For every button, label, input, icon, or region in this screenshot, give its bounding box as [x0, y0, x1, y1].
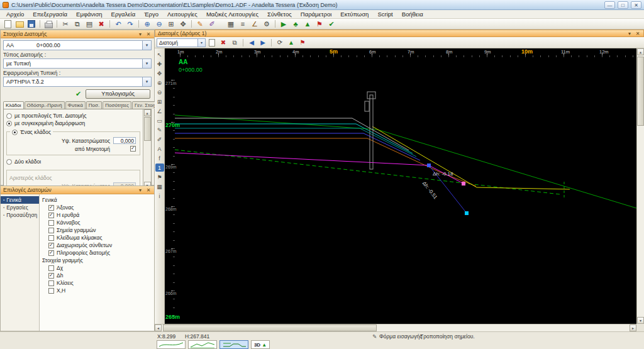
delete-section-icon[interactable]: ✖ — [218, 38, 228, 47]
chevron-down-icon[interactable]: ▾ — [142, 77, 151, 86]
pen-icon[interactable]: ✐ — [206, 19, 218, 29]
minimize-button[interactable]: — — [604, 1, 615, 9]
section-mode-select[interactable]: Διατομή ▾ — [157, 38, 206, 47]
new-section-icon[interactable] — [207, 38, 217, 47]
menu-edit[interactable]: Επεξεργασία — [28, 10, 72, 19]
zoom-extents-tool-icon[interactable]: ⊞ — [155, 97, 164, 106]
pan-icon[interactable]: ✥ — [177, 19, 189, 29]
zoom-in-tool-icon[interactable]: ⊕ — [155, 79, 164, 87]
scroll-left-icon[interactable]: ◂ — [155, 324, 162, 331]
option-red-line[interactable]: Η ερυθρά — [42, 211, 152, 219]
print-icon[interactable] — [43, 19, 54, 29]
checkbox-icon[interactable] — [48, 280, 54, 286]
section-select[interactable]: ΑΑ 0+000.00 ▾ — [3, 40, 152, 50]
function-tool-icon[interactable]: f — [155, 154, 164, 162]
layers-icon[interactable]: ≡ — [237, 19, 248, 29]
terrain-icon[interactable]: ▲ — [286, 38, 296, 47]
chevron-down-icon[interactable]: ▾ — [142, 59, 151, 68]
pencil-tool-icon[interactable]: ✎ — [155, 126, 164, 134]
checkbox-icon[interactable] — [48, 228, 54, 233]
scrollbar-thumb[interactable] — [144, 117, 151, 141]
tab-pavement-slopes[interactable]: Οδόστρ.-Πρανή — [25, 101, 65, 109]
nav-general[interactable]: ▪ Γενικά — [1, 196, 39, 204]
undo-icon[interactable]: ↶ — [113, 19, 124, 29]
run-icon[interactable]: ▶ — [278, 19, 289, 29]
checkbox-icon[interactable] — [48, 243, 54, 248]
zoom-fit-icon[interactable]: ⊞ — [165, 19, 177, 29]
paste-icon[interactable]: ▤ — [84, 19, 95, 29]
menu-project[interactable]: Έργο — [140, 10, 163, 19]
menu-script[interactable]: Script — [373, 10, 397, 19]
option-xh[interactable]: Χ,Η — [42, 287, 152, 294]
profile-view-thumb[interactable] — [188, 340, 217, 349]
tab-topsoil[interactable]: Φυτικά — [65, 101, 86, 109]
open-file-icon[interactable] — [14, 19, 25, 29]
option-axis[interactable]: Άξονας — [42, 204, 152, 211]
chevron-down-icon[interactable]: ▾ — [197, 39, 205, 47]
menu-composite[interactable]: Σύνθετος — [263, 10, 296, 19]
option-grid[interactable]: Κάνναβος — [42, 219, 152, 226]
menu-view[interactable]: Εμφάνιση — [72, 10, 106, 19]
option-line-points[interactable]: Σημεία γραμμών — [42, 226, 152, 234]
menu-functions[interactable]: Λειτουργίες — [163, 10, 202, 19]
vscrollbar-thumb[interactable] — [637, 57, 644, 126]
redo-icon[interactable]: ↷ — [125, 19, 136, 29]
scroll-right-icon[interactable]: ▸ — [630, 324, 636, 331]
new-file-icon[interactable] — [2, 19, 13, 29]
option-split-composite[interactable]: Διαχωρισμός σύνθετων — [42, 241, 152, 249]
section-type-select[interactable]: με Τυπική ▾ — [3, 58, 152, 69]
next-section-icon[interactable]: ▶ — [258, 38, 268, 47]
grid-icon[interactable]: ▦ — [225, 19, 236, 29]
plan-view-thumb[interactable] — [157, 340, 186, 349]
checkbox-icon[interactable] — [48, 250, 54, 256]
pan-tool-icon[interactable]: ✥ — [155, 69, 164, 77]
applied-template-select[interactable]: ΑΡΤΗΡΙΑ Τ.δ.2 ▾ — [3, 77, 152, 87]
delete-icon[interactable]: ✖ — [96, 19, 107, 29]
tree-icon[interactable]: ♣ — [290, 19, 301, 29]
radio-one-branch[interactable] — [12, 130, 18, 135]
radio-two-branches[interactable] — [6, 159, 12, 165]
canvas-vscrollbar[interactable]: ▴ ▾ — [636, 48, 644, 324]
section-number-tool-icon[interactable]: 1 — [155, 163, 164, 172]
panel-menu-icon[interactable]: ▾ — [137, 31, 143, 37]
pencil-icon[interactable]: ✎ — [194, 19, 206, 29]
zoom-out-tool-icon[interactable]: ⊖ — [155, 88, 164, 96]
menu-file[interactable]: Αρχείο — [2, 10, 28, 19]
option-section-info[interactable]: Πληροφορίες διατομής — [42, 249, 152, 257]
checkbox-icon[interactable] — [48, 205, 54, 211]
flag-tool-icon[interactable]: ⚑ — [155, 173, 164, 181]
option-dx[interactable]: Δχ — [42, 264, 152, 272]
calculate-button[interactable]: Υπολογισμός — [86, 89, 150, 99]
panel-menu-icon[interactable]: ▾ — [626, 31, 633, 36]
canvas-hscrollbar[interactable]: ◂ ▸ — [155, 324, 636, 331]
scroll-up-icon[interactable]: ▴ — [637, 48, 644, 55]
measure-tool-icon[interactable]: ∠ — [155, 107, 164, 115]
checkbox-icon[interactable] — [48, 220, 54, 226]
panel-close-icon[interactable]: ✕ — [145, 31, 152, 37]
cut-icon[interactable]: ✂ — [60, 19, 71, 29]
info-tool-icon[interactable]: i — [155, 192, 164, 200]
option-slopes[interactable]: Κλίσεις — [42, 279, 152, 287]
panel-close-icon[interactable]: ✕ — [145, 187, 152, 193]
checkbox-icon[interactable] — [48, 235, 54, 241]
option-scale-lock[interactable]: Κλείδωμα κλίμακας — [42, 234, 152, 241]
flag-icon[interactable]: ⚑ — [314, 19, 325, 29]
copy-section-icon[interactable]: ⧉ — [230, 38, 240, 47]
nav-tasks[interactable]: ▪ Εργασίες — [1, 204, 39, 211]
hscrollbar-thumb[interactable] — [163, 324, 377, 331]
checkbox-icon[interactable] — [48, 273, 54, 279]
prev-section-icon[interactable]: ◀ — [247, 38, 257, 47]
panel-scrollbar[interactable]: ▴ ▾ — [143, 109, 151, 189]
crosshair-tool-icon[interactable]: ✚ — [155, 60, 164, 68]
scroll-up-icon[interactable]: ▴ — [144, 109, 151, 116]
save-file-icon[interactable] — [26, 19, 37, 29]
cross-section-canvas[interactable]: ΑΑ 0+000.00 Δh: -0.18 Δh: -0.51 — [175, 57, 636, 324]
sections-view-thumb[interactable] — [219, 340, 248, 349]
nav-increment[interactable]: ▪ Προσαύξηση — [1, 211, 39, 219]
pointer-tool-icon[interactable]: ↖ — [155, 50, 164, 58]
from-profile-checkbox[interactable] — [130, 146, 136, 152]
settings-icon[interactable]: ⚙ — [261, 19, 272, 29]
deck-height-input[interactable]: 0,000 — [113, 137, 136, 144]
radio-custom[interactable] — [6, 121, 12, 126]
menu-parameters[interactable]: Παράμετροι — [296, 10, 336, 19]
